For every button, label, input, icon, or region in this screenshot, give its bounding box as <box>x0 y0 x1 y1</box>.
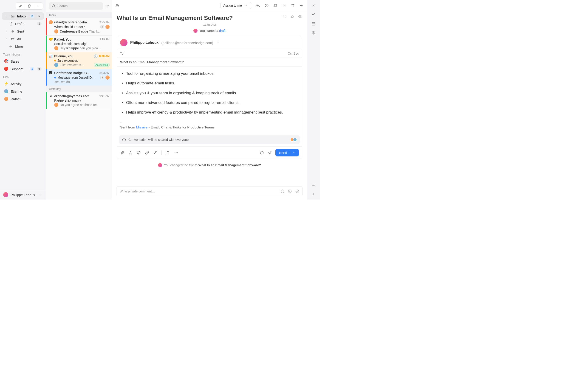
search-input[interactable]: Search <box>49 2 103 10</box>
chart-icon: 📊 <box>49 54 53 58</box>
status-dot <box>54 77 56 78</box>
filter-icon[interactable] <box>105 4 109 8</box>
share-banner: Conversation will be shared with everyon… <box>119 135 300 144</box>
assignee-avatar <box>105 75 110 80</box>
nav-more[interactable]: More <box>2 43 44 50</box>
section-pins: Pins <box>0 73 46 80</box>
badge-total: 5 <box>37 14 42 18</box>
nav-all[interactable]: All <box>2 35 44 42</box>
pin-etienne[interactable]: Etienne <box>2 88 44 95</box>
collapse-icon[interactable] <box>311 192 316 196</box>
check-icon[interactable] <box>311 12 316 17</box>
send-label: Send <box>279 151 287 155</box>
team-sales[interactable]: 🎯 Sales <box>2 58 44 65</box>
conv-preview: Yes, we do. <box>54 80 71 84</box>
conversation-item-selected[interactable]: 🅥 Conference Badge, C... 8:03 AM Message… <box>46 69 112 86</box>
nav-sent[interactable]: Sent <box>2 27 44 35</box>
bolt-icon: ⚡ <box>4 82 8 86</box>
attachment-icon[interactable] <box>120 151 124 155</box>
title-change-event: You changed the title to What Is an Emai… <box>117 163 302 167</box>
snooze-icon[interactable] <box>265 3 269 8</box>
archive-icon <box>10 37 15 41</box>
emoji-icon[interactable] <box>137 151 141 155</box>
compose-body[interactable]: Tool for organizing & managing your emai… <box>117 67 302 134</box>
sig-dashes: -- <box>120 119 299 125</box>
badge-total: 6 <box>37 67 42 71</box>
shared-with-avatars <box>290 138 297 142</box>
conversation-item[interactable]: 📊 Etienne, You 🕗 8:00 AM July expenses F… <box>46 52 112 69</box>
add-person-icon[interactable] <box>115 3 120 8</box>
from-select-icon[interactable] <box>216 41 220 45</box>
handshake-icon: 🤝 <box>49 37 53 42</box>
conv-time: 8:03 AM <box>99 71 110 75</box>
new-chat-button[interactable] <box>25 2 34 9</box>
conversation-item[interactable]: rafael@conferenceba... 9:25 AM When shou… <box>46 18 112 35</box>
chevron-down-icon <box>38 193 43 197</box>
body-bullet: Tool for organizing & managing your emai… <box>126 71 299 77</box>
svg-point-3 <box>108 5 108 6</box>
star-icon[interactable] <box>290 15 294 19</box>
add-icon[interactable] <box>295 189 299 193</box>
reply-all-icon[interactable] <box>256 3 260 8</box>
more-icon[interactable] <box>300 3 304 8</box>
watch-icon[interactable] <box>298 15 302 19</box>
conv-from: Conference Badge, C... <box>54 71 98 75</box>
plus-icon <box>9 44 13 48</box>
more-icon[interactable] <box>174 151 178 155</box>
team-support[interactable]: 🔴 Support 1 6 <box>2 65 44 73</box>
format-icon[interactable] <box>128 151 132 155</box>
conv-subject: Partnership inquiry <box>54 99 110 102</box>
svg-point-1 <box>106 6 106 6</box>
user-name: Philippe Lehoux <box>10 193 36 197</box>
compose-menu-button[interactable] <box>34 2 43 9</box>
contact-icon[interactable] <box>311 3 316 7</box>
pin-rafael[interactable]: Rafael <box>2 95 44 102</box>
preview-avatar <box>54 63 58 67</box>
send-button[interactable]: Send <box>275 149 299 156</box>
schedule-icon[interactable] <box>260 151 264 155</box>
send-later-icon[interactable] <box>268 151 272 155</box>
spam-icon[interactable] <box>282 3 286 8</box>
discard-icon[interactable] <box>166 151 170 155</box>
conv-subject: Message from Jessell D... <box>57 76 99 79</box>
emoji-icon[interactable] <box>280 189 285 193</box>
draft-time: 11:58 AM <box>117 23 302 26</box>
svg-point-9 <box>303 5 303 6</box>
calendar-icon[interactable] <box>311 22 316 26</box>
subject-field[interactable]: What Is an Email Management Software? <box>117 58 302 67</box>
svg-point-25 <box>313 185 313 185</box>
task-icon[interactable] <box>288 189 292 193</box>
openai-icon[interactable] <box>311 31 316 35</box>
nav-inbox[interactable]: Inbox 2 5 <box>2 12 44 20</box>
tag-icon[interactable] <box>283 15 287 19</box>
svg-point-18 <box>281 190 284 193</box>
compose-card: Philippe Lehoux (philippe@conferencebadg… <box>117 36 302 159</box>
cc-bcc-toggle[interactable]: Cc, Bcc <box>288 52 299 55</box>
comment-input[interactable]: Write private comment… <box>116 186 303 196</box>
to-label[interactable]: To <box>120 52 124 55</box>
compose-button[interactable] <box>16 2 25 9</box>
conv-subject: Social media campaign <box>54 42 110 46</box>
trash-icon[interactable] <box>291 3 295 8</box>
conv-subject: When should I order? <box>54 25 99 29</box>
conversation-list: Search Today rafael@conferenceba... 9:25… <box>46 0 112 200</box>
link-icon[interactable] <box>145 151 149 155</box>
archive-icon[interactable] <box>273 3 277 8</box>
sig-link[interactable]: Missive <box>136 125 147 129</box>
avatar <box>4 89 8 93</box>
conversation-item[interactable]: 𝕿 orphelia@nytimes.com 9:41 AM Partnersh… <box>46 92 112 109</box>
more-icon[interactable] <box>311 183 316 187</box>
nav-label: More <box>15 44 42 48</box>
pin-activity[interactable]: ⚡ Activity <box>2 80 44 87</box>
conv-time: 9:25 AM <box>99 21 110 24</box>
assign-to-me-button[interactable]: Assign to me <box>220 2 251 9</box>
magic-icon[interactable] <box>153 151 157 155</box>
svg-rect-22 <box>312 23 315 25</box>
svg-point-15 <box>176 152 176 153</box>
nav-label: Sales <box>10 59 42 63</box>
svg-point-10 <box>284 16 284 16</box>
conversation-item[interactable]: 🤝 Rafael, You 9:19 AM Social media campa… <box>46 35 112 52</box>
nav-drafts[interactable]: Drafts 1 <box>2 20 44 27</box>
svg-point-0 <box>52 5 55 7</box>
user-menu-button[interactable]: Philippe Lehoux <box>0 190 46 200</box>
